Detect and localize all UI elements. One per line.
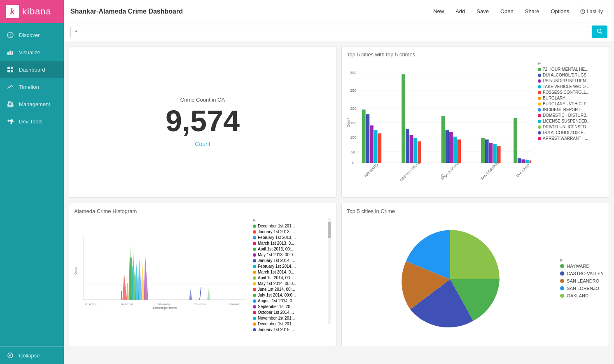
- legend-item-burglary: BURGLARY: [538, 96, 604, 100]
- search-icon: [597, 28, 602, 34]
- timelion-icon: [7, 83, 14, 90]
- svg-rect-40: [402, 74, 405, 163]
- svg-marker-80: [144, 255, 148, 300]
- svg-rect-10: [11, 67, 13, 69]
- svg-text:datetime per month: datetime per month: [153, 306, 177, 310]
- sidebar-item-timelion[interactable]: Timelion: [0, 78, 64, 95]
- svg-rect-88: [132, 267, 133, 300]
- legend-item-dui-08: DUI ALCOHOL/0.08 P...: [538, 130, 604, 135]
- svg-rect-6: [7, 52, 9, 55]
- hist-legend-feb2013: February 1st 2013,...: [253, 235, 322, 240]
- logo-icon: k: [6, 5, 19, 18]
- top5-cities-title: Top 5 cities with top 5 crimes: [347, 51, 604, 58]
- svg-point-1: [10, 35, 11, 36]
- svg-rect-43: [413, 138, 417, 163]
- svg-rect-9: [7, 67, 10, 69]
- bar-chart-icon: [7, 49, 14, 56]
- svg-rect-42: [410, 135, 413, 163]
- bar-chart-container: 300 250 200 150 100 50 0 Count: [347, 61, 604, 184]
- svg-rect-60: [521, 159, 525, 163]
- svg-text:HAYWARD: HAYWARD: [363, 162, 379, 178]
- open-button[interactable]: Open: [495, 6, 518, 17]
- search-bar: [64, 23, 614, 41]
- hist-legend-mar2014: March 1st 2014, 0...: [253, 270, 322, 274]
- legend-item-possess: POSSESS CONTROLL...: [538, 90, 604, 95]
- svg-text:2016-03-31: 2016-03-31: [228, 303, 240, 306]
- svg-rect-48: [449, 132, 453, 163]
- hist-legend-jan2014: January 1st 2014, ...: [253, 258, 322, 263]
- svg-rect-53: [485, 139, 489, 163]
- collapse-icon: [7, 352, 14, 359]
- sidebar-item-discover-label: Discover: [19, 32, 40, 38]
- save-button[interactable]: Save: [472, 6, 494, 17]
- count-label: Count: [195, 141, 210, 147]
- collapse-label: Collapse: [19, 352, 40, 359]
- search-input[interactable]: [70, 26, 589, 38]
- pie-svg-container: [347, 222, 553, 337]
- gear-icon: [7, 100, 14, 108]
- pie-legend-expand[interactable]: ▶: [560, 257, 604, 262]
- sidebar-item-dashboard-label: Dashboard: [19, 67, 45, 73]
- legend-expand-btn[interactable]: ▶: [253, 218, 331, 222]
- time-picker[interactable]: Last 4y: [576, 6, 607, 17]
- svg-point-13: [8, 353, 13, 358]
- options-button[interactable]: Options: [546, 6, 574, 17]
- pie-legend-castro-valley: CASTRO VALLEY: [560, 271, 604, 276]
- hist-legend-mar2013: March 1st 2013, 0...: [253, 241, 322, 246]
- sidebar-item-dashboard[interactable]: Dashboard: [0, 61, 64, 78]
- svg-rect-52: [481, 138, 485, 163]
- svg-text:Count: Count: [347, 118, 350, 128]
- page-title: Shankar-Alameda Crime Dashboard: [70, 8, 183, 15]
- svg-text:OAKLAND: OAKLAND: [515, 163, 530, 178]
- histogram-chart-area: Count 2013-03-31 2013-12-31 2014-09-30 2…: [74, 218, 250, 325]
- bar-legend: ▶ 72 HOUR MENTAL HE... DUI ALCOHOL/DRUGS…: [538, 61, 604, 184]
- svg-rect-55: [493, 144, 497, 163]
- search-button[interactable]: [592, 26, 607, 38]
- clock-icon: [580, 9, 585, 14]
- pie-svg: [380, 222, 520, 337]
- svg-text:Count: Count: [74, 267, 77, 275]
- hist-legend-nov2014: November 1st 201...: [253, 316, 322, 320]
- header: Shankar-Alameda Crime Dashboard New Add …: [64, 0, 614, 23]
- sidebar-item-visualize[interactable]: Visualize: [0, 44, 64, 61]
- svg-rect-37: [374, 130, 378, 163]
- svg-rect-50: [457, 139, 461, 163]
- sidebar-item-management-label: Management: [19, 101, 50, 107]
- svg-rect-38: [378, 133, 381, 163]
- hist-legend-oct2014: October 1st 2014,...: [253, 310, 322, 315]
- legend-item-take-vehicle: TAKE VEHICLE W/O O...: [538, 84, 604, 89]
- collapse-button[interactable]: Collapse: [7, 352, 57, 359]
- histogram-legend: December 1st 201... January 1st 2013, ..…: [253, 224, 327, 331]
- new-button[interactable]: New: [428, 6, 449, 17]
- time-label: Last 4y: [587, 9, 603, 14]
- hist-legend-jan2015: January 1st 2015, ...: [253, 327, 322, 331]
- sidebar-item-management[interactable]: Management: [0, 95, 64, 113]
- sidebar-item-discover[interactable]: Discover: [0, 26, 64, 44]
- header-actions: New Add Save Open Share Options Last 4y: [428, 6, 607, 17]
- hist-legend-apr2014: April 1st 2014, 00:...: [253, 276, 322, 280]
- svg-rect-85: [121, 291, 122, 300]
- pie-legend-oakland: OAKLAND: [560, 293, 604, 298]
- crime-count-value: 9,574: [166, 106, 240, 136]
- svg-line-16: [583, 12, 584, 12]
- svg-text:2013-03-31: 2013-03-31: [84, 303, 97, 306]
- legend-item-use-under: USE/UNDER INFLUEN...: [538, 79, 604, 83]
- svg-rect-35: [366, 114, 369, 163]
- svg-rect-47: [445, 130, 449, 163]
- sidebar-item-devtools[interactable]: Dev Tools: [0, 113, 64, 130]
- svg-text:2015-06-30: 2015-06-30: [194, 303, 206, 306]
- svg-rect-12: [11, 70, 13, 72]
- hist-legend-dec2014: December 1st 201...: [253, 322, 322, 326]
- pie-chart-title: Top 5 cities in Crime: [347, 208, 604, 214]
- scrollbar-track: [328, 218, 331, 325]
- hist-legend-sep2014: September 1st 20...: [253, 304, 322, 309]
- scrollbar-thumb[interactable]: [328, 222, 331, 238]
- hist-legend-apr2013: April 1st 2013, 00:...: [253, 247, 322, 251]
- add-button[interactable]: Add: [451, 6, 470, 17]
- svg-rect-49: [453, 137, 457, 163]
- share-button[interactable]: Share: [520, 6, 544, 17]
- svg-rect-34: [362, 109, 366, 163]
- logo[interactable]: k kibana: [0, 0, 64, 23]
- svg-rect-54: [489, 143, 493, 163]
- svg-rect-11: [7, 70, 10, 72]
